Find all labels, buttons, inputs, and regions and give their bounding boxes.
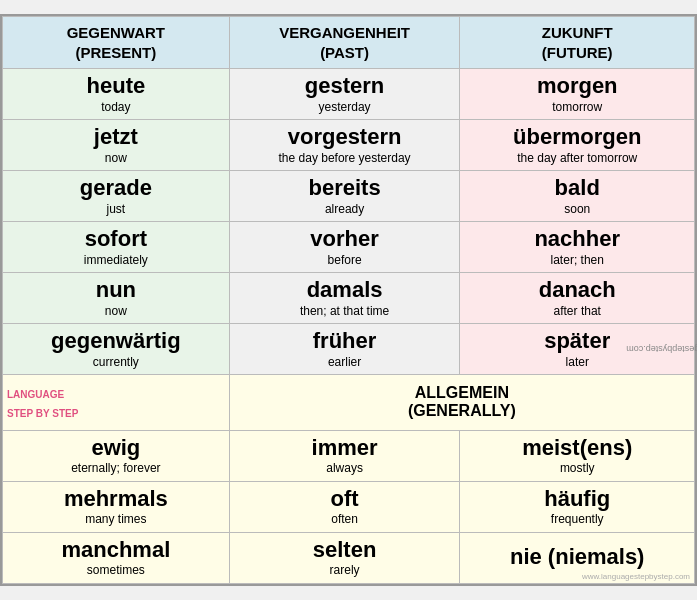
cell-future-1: übermorgen the day after tomorrow — [460, 120, 695, 171]
table-row: sofort immediately vorher before nachher… — [3, 222, 695, 273]
table-row: heute today gestern yesterday morgen tom… — [3, 69, 695, 120]
gen-cell-3-0: meist(ens) mostly — [460, 430, 695, 481]
cell-present-1: jetzt now — [3, 120, 230, 171]
gen-cell-3-1: häufig frequently — [460, 481, 695, 532]
cell-past-1: vorgestern the day before yesterday — [229, 120, 460, 171]
cell-past-2: bereits already — [229, 171, 460, 222]
gen-cell-2-1: oft often — [229, 481, 460, 532]
cell-future-0: morgen tomorrow — [460, 69, 695, 120]
table-row: jetzt now vorgestern the day before yest… — [3, 120, 695, 171]
header-present: GEGENWART(PRESENT) — [3, 17, 230, 69]
logo-cell: LanguageStep by Step — [3, 375, 230, 430]
cell-future-3: nachher later; then — [460, 222, 695, 273]
cell-past-5: früher earlier — [229, 324, 460, 375]
header-future: ZUKUNFT(FUTURE) — [460, 17, 695, 69]
section-generally: ALLGEMEIN(GENERALLY) — [229, 375, 694, 430]
table-row: nun now damals then; at that time danach… — [3, 273, 695, 324]
gen-cell-1-2: manchmal sometimes — [3, 532, 230, 583]
cell-present-0: heute today — [3, 69, 230, 120]
gen-cell-3-2: nie (niemals) www.languagestepbystep.com — [460, 532, 695, 583]
gen-cell-1-0: ewig eternally; forever — [3, 430, 230, 481]
watermark-text: www.languagestepbystep.com — [626, 344, 697, 354]
cell-future-2: bald soon — [460, 171, 695, 222]
main-container: GEGENWART(PRESENT) VERGANGENHEIT(PAST) Z… — [0, 14, 697, 585]
general-row: mehrmals many times oft often häufig fre… — [3, 481, 695, 532]
gen-cell-1-1: mehrmals many times — [3, 481, 230, 532]
cell-past-0: gestern yesterday — [229, 69, 460, 120]
general-row: ewig eternally; forever immer always mei… — [3, 430, 695, 481]
cell-present-3: sofort immediately — [3, 222, 230, 273]
cell-present-5: gegenwärtig currently — [3, 324, 230, 375]
cell-present-4: nun now — [3, 273, 230, 324]
header-past: VERGANGENHEIT(PAST) — [229, 17, 460, 69]
cell-future-5: später later www.languagestepbystep.com — [460, 324, 695, 375]
section-header-row: LanguageStep by Step ALLGEMEIN(GENERALLY… — [3, 375, 695, 430]
cell-future-4: danach after that — [460, 273, 695, 324]
gen-cell-2-0: immer always — [229, 430, 460, 481]
header-row: GEGENWART(PRESENT) VERGANGENHEIT(PAST) Z… — [3, 17, 695, 69]
gen-cell-2-2: selten rarely — [229, 532, 460, 583]
table-row: gegenwärtig currently früher earlier spä… — [3, 324, 695, 375]
general-row: manchmal sometimes selten rarely nie (ni… — [3, 532, 695, 583]
table-row: gerade just bereits already bald soon — [3, 171, 695, 222]
cell-past-4: damals then; at that time — [229, 273, 460, 324]
bottom-watermark: www.languagestepbystep.com — [582, 572, 690, 581]
cell-present-2: gerade just — [3, 171, 230, 222]
cell-past-3: vorher before — [229, 222, 460, 273]
